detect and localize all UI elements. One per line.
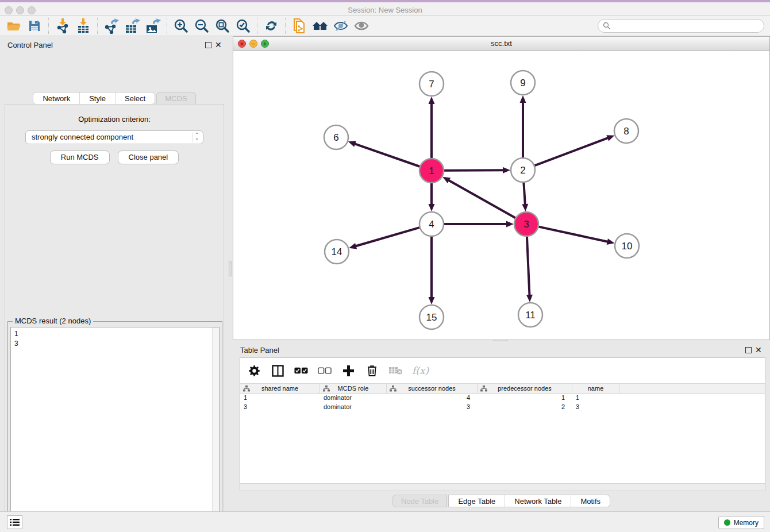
export-table-icon (124, 18, 140, 34)
task-history-button[interactable] (7, 515, 22, 529)
graph-edge-4-14[interactable] (355, 228, 419, 246)
criterion-select[interactable]: strongly connected component (25, 130, 203, 144)
table-horizontal-scrollbar[interactable] (240, 483, 765, 491)
open-session-button[interactable] (3, 17, 24, 34)
tab-node-table[interactable]: Node Table (392, 495, 448, 507)
cell-name: 1 (572, 394, 619, 403)
duplicate-network-icon (292, 18, 307, 34)
graph-arrowhead (429, 297, 435, 304)
table-toolbar: f(x) (240, 358, 765, 383)
tab-network-table[interactable]: Network Table (505, 495, 571, 507)
graph-edge-2-8[interactable] (535, 138, 609, 166)
graph-arrowhead (429, 97, 435, 104)
search-input[interactable] (614, 20, 764, 32)
search-field[interactable] (598, 19, 764, 33)
graph-node-label: 15 (426, 312, 437, 323)
app-titlebar: Session: New Session (0, 0, 770, 16)
tab-style[interactable]: Style (80, 92, 116, 104)
graph-arrowhead (606, 135, 614, 141)
memory-button[interactable]: Memory (718, 516, 764, 529)
tab-select[interactable]: Select (116, 92, 155, 104)
graph-arrowhead (607, 238, 615, 245)
graph-edge-1-2[interactable] (444, 170, 504, 171)
tab-edge-table[interactable]: Edge Table (449, 495, 505, 507)
toolbar-separator (167, 18, 167, 34)
table-panel: Table Panel (233, 342, 770, 510)
import-network-button[interactable] (52, 17, 73, 34)
save-session-button[interactable] (24, 17, 45, 34)
tab-motifs[interactable]: Motifs (571, 495, 610, 507)
graph-node-label: 6 (333, 132, 338, 143)
cell-shared-name: 1 (240, 394, 320, 403)
export-network-button[interactable] (101, 17, 122, 34)
duplicate-network-button[interactable] (289, 17, 310, 34)
graph-edge-3-1[interactable] (448, 180, 515, 218)
toolbar-separator (285, 18, 286, 34)
first-neighbors-button[interactable] (310, 17, 330, 34)
cell-name: 3 (572, 403, 619, 412)
hide-selected-icon (333, 19, 349, 33)
column-header-shared-name[interactable]: shared name (240, 384, 320, 393)
graph-node-label: 1 (429, 165, 434, 176)
column-header-mcds-role[interactable]: MCDS role (320, 384, 387, 393)
tab-network[interactable]: Network (33, 92, 80, 104)
zoom-out-button[interactable] (191, 17, 212, 34)
float-panel-icon[interactable] (745, 347, 752, 353)
refresh-button[interactable] (261, 17, 282, 34)
float-panel-icon[interactable] (205, 42, 211, 48)
close-panel-icon[interactable] (755, 345, 763, 354)
export-table-button[interactable] (122, 17, 143, 34)
zoom-selected-button[interactable] (233, 17, 253, 34)
graph-edge-3-10[interactable] (538, 227, 608, 242)
mcds-result-group: MCDS result (2 nodes) 1 3 (7, 321, 222, 532)
unselect-all-icon[interactable] (318, 364, 332, 377)
vertical-splitter-handle[interactable] (229, 261, 232, 276)
delete-column-icon[interactable] (365, 364, 379, 377)
refresh-icon (264, 18, 279, 33)
graph-node-label: 14 (332, 246, 342, 257)
result-scrollbar[interactable] (212, 327, 219, 532)
toolbar-separator (97, 18, 98, 34)
optimization-criterion-label: Optimization criterion: (5, 115, 224, 124)
table-panel-title: Table Panel (240, 346, 279, 354)
graph-edge-2-3[interactable] (523, 183, 525, 205)
function-builder-icon[interactable]: f(x) (412, 365, 429, 376)
column-pane-icon[interactable] (271, 364, 284, 377)
import-table-button[interactable] (73, 17, 94, 34)
mcds-panel: Optimization criterion: strongly connect… (5, 104, 224, 532)
graph-node-label: 2 (520, 165, 525, 176)
mcds-result-text[interactable]: 1 3 (10, 327, 220, 532)
zoom-fit-button[interactable] (212, 17, 233, 34)
show-all-button[interactable] (351, 17, 372, 34)
network-window-titlebar[interactable]: ✕ − + scc.txt (233, 37, 769, 51)
graph-edge-1-6[interactable] (354, 144, 419, 167)
graph-arrowhead (503, 167, 510, 174)
cell-shared-name: 3 (240, 403, 320, 412)
network-canvas[interactable]: 7968124314101511 (233, 51, 769, 340)
run-mcds-button[interactable]: Run MCDS (50, 151, 110, 164)
delete-table-icon[interactable] (388, 364, 402, 377)
graph-node-label: 11 (525, 310, 536, 321)
column-header-predecessor-nodes[interactable]: predecessor nodes (478, 384, 572, 393)
gear-icon[interactable] (247, 364, 261, 377)
column-header-name[interactable]: name (572, 384, 619, 393)
table-row[interactable]: 1 dominator 4 1 1 (240, 394, 765, 403)
table-row[interactable]: 3 dominator 3 2 3 (240, 403, 765, 412)
graph-node-label: 9 (520, 78, 525, 88)
select-all-icon[interactable] (294, 364, 308, 377)
add-column-icon[interactable] (341, 364, 355, 377)
network-graph[interactable]: 7968124314101511 (233, 51, 769, 340)
close-panel-button[interactable]: Close panel (118, 151, 179, 164)
zoom-in-button[interactable] (171, 17, 191, 34)
graph-edge-3-11[interactable] (527, 237, 530, 296)
graph-node-label: 3 (523, 219, 529, 230)
zoom-out-icon (194, 18, 209, 33)
hide-selected-button[interactable] (330, 17, 351, 34)
close-panel-icon[interactable] (215, 40, 223, 49)
export-image-button[interactable] (143, 17, 163, 34)
tab-mcds[interactable]: MCDS (156, 92, 195, 105)
combo-stepper-icon (192, 132, 201, 142)
graph-arrowhead (348, 141, 356, 147)
column-header-successor-nodes[interactable]: successor nodes (387, 384, 478, 393)
graph-arrowhead (526, 295, 533, 302)
